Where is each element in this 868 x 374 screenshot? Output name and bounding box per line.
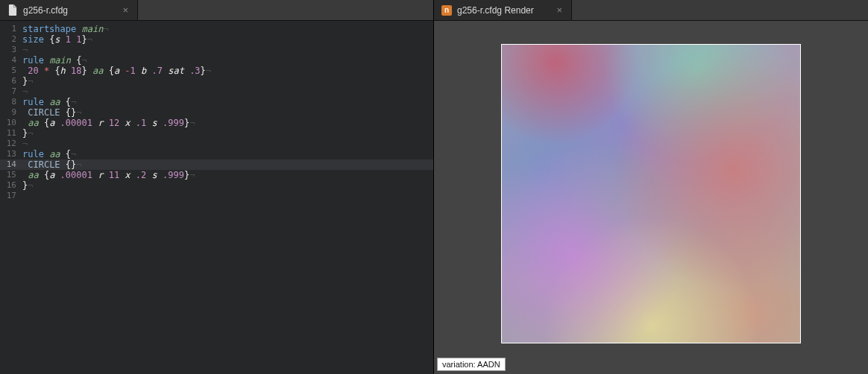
line-number: 12: [0, 139, 22, 149]
code-line[interactable]: startshape main¬: [22, 24, 433, 34]
line-number: 13: [0, 149, 22, 159]
render-pane: n g256-r.cfdg Render × variation: AADN: [434, 0, 868, 374]
code-line[interactable]: 20 * {h 18} aa {a -1 b .7 sat .3}¬: [22, 66, 433, 76]
line-number: 8: [0, 97, 22, 107]
line-number: 7: [0, 86, 22, 97]
line-number: 17: [0, 191, 22, 201]
variation-status: variation: AADN: [437, 358, 506, 371]
code-line[interactable]: size {s 1 1}¬: [22, 34, 433, 45]
line-number: 10: [0, 118, 22, 128]
line-number: 9: [0, 107, 22, 118]
file-icon: [7, 5, 18, 16]
code-line[interactable]: ¬: [22, 139, 433, 149]
code-line[interactable]: }¬: [22, 128, 433, 139]
code-line[interactable]: CIRCLE {}¬: [22, 107, 433, 118]
line-number: 14: [0, 159, 22, 170]
line-number: 15: [0, 170, 22, 180]
code-line[interactable]: }¬: [22, 76, 433, 86]
line-number: 1: [0, 24, 22, 34]
line-number: 11: [0, 128, 22, 139]
render-icon: n: [441, 5, 452, 16]
render-canvas: [501, 44, 801, 343]
tab-title: g256-r.cfdg Render: [457, 5, 550, 16]
editor-window: g256-r.cfdg × 1234567891011121314151617 …: [0, 0, 868, 374]
code-line[interactable]: aa {a .00001 r 11 x .2 s .999}¬: [22, 170, 433, 180]
line-number: 4: [0, 55, 22, 66]
tab-bar-empty[interactable]: [572, 0, 868, 20]
line-number: 5: [0, 66, 22, 76]
code-editor[interactable]: 1234567891011121314151617 startshape mai…: [0, 21, 433, 374]
code-line[interactable]: ¬: [22, 45, 433, 55]
code-line[interactable]: [22, 191, 433, 201]
code-line[interactable]: rule aa {¬: [22, 97, 433, 107]
tab-code-file[interactable]: g256-r.cfdg ×: [0, 0, 138, 20]
tab-render[interactable]: n g256-r.cfdg Render ×: [434, 0, 572, 20]
code-line[interactable]: rule main {¬: [22, 55, 433, 66]
line-number: 3: [0, 45, 22, 55]
close-icon[interactable]: ×: [555, 5, 564, 15]
code-pane: g256-r.cfdg × 1234567891011121314151617 …: [0, 0, 434, 374]
line-number: 16: [0, 180, 22, 191]
close-icon[interactable]: ×: [121, 5, 130, 15]
code-line[interactable]: rule aa {¬: [22, 149, 433, 159]
code-line[interactable]: ¬: [22, 86, 433, 97]
tab-bar-empty[interactable]: [138, 0, 433, 20]
code-line[interactable]: }¬: [22, 180, 433, 191]
tab-bar-left: g256-r.cfdg ×: [0, 0, 433, 21]
render-area: variation: AADN: [434, 21, 868, 374]
line-number: 6: [0, 76, 22, 86]
line-number-gutter: 1234567891011121314151617: [0, 21, 22, 374]
tab-title: g256-r.cfdg: [23, 5, 116, 16]
code-line[interactable]: CIRCLE {}¬: [22, 159, 433, 170]
code-line[interactable]: aa {a .00001 r 12 x .1 s .999}¬: [22, 118, 433, 128]
line-number: 2: [0, 34, 22, 45]
tab-bar-right: n g256-r.cfdg Render ×: [434, 0, 868, 21]
code-content[interactable]: startshape main¬size {s 1 1}¬¬rule main …: [22, 21, 433, 374]
render-canvas-wrap: [434, 21, 868, 374]
